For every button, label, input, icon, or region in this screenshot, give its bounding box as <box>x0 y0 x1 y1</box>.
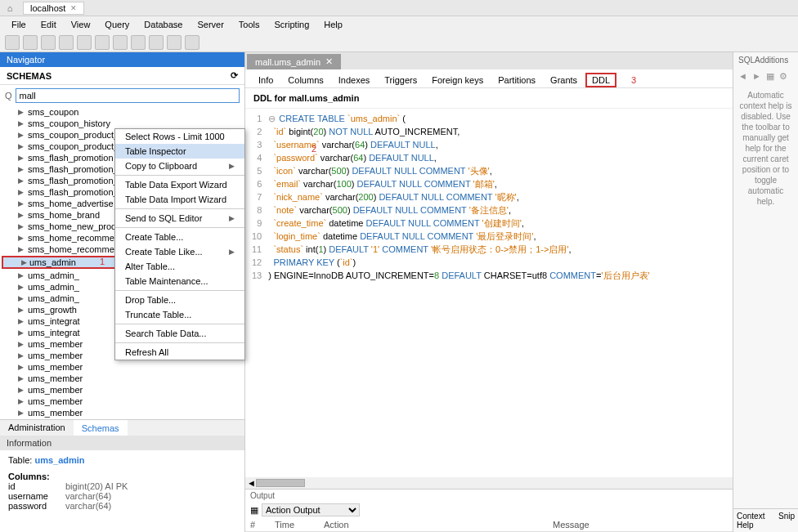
code-line: `note` varchar(500) DEFAULT NULL COMMENT… <box>268 203 733 217</box>
subtab-partitions[interactable]: Partitions <box>491 73 542 87</box>
schemas-label: SCHEMAS <box>7 71 52 81</box>
code-line: `icon` varchar(500) DEFAULT NULL COMMENT… <box>268 164 733 177</box>
next-icon[interactable]: ► <box>752 71 761 82</box>
home-icon[interactable]: ⌂ <box>3 2 16 15</box>
ctx-create-table-like-[interactable]: Create Table Like...▶ <box>115 244 244 259</box>
info-table-label: Table: <box>8 455 32 465</box>
subtab-grants[interactable]: Grants <box>544 73 584 87</box>
scrollbar-thumb[interactable] <box>256 479 305 487</box>
subtab-triggers[interactable]: Triggers <box>378 73 424 87</box>
info-columns-label: Columns: <box>8 472 236 481</box>
editor-tab[interactable]: mall.ums_admin ✕ <box>247 54 341 69</box>
tree-item[interactable]: ▶sms_coupon_history <box>0 118 244 129</box>
tree-item[interactable]: ▶ums_member <box>0 407 244 418</box>
toolbar-icon[interactable] <box>5 35 20 50</box>
menu-scripting[interactable]: Scripting <box>268 18 316 31</box>
refresh-icon[interactable]: ⟳ <box>231 70 238 81</box>
code-line: ) ENGINE=InnoDB AUTO_INCREMENT=8 DEFAULT… <box>268 269 733 282</box>
menu-view[interactable]: View <box>65 18 97 31</box>
menu-tools[interactable]: Tools <box>232 18 267 31</box>
toolbar-icon[interactable] <box>131 35 146 50</box>
tree-item[interactable]: ▶ums_member <box>0 396 244 407</box>
output-col-action: Action <box>324 520 553 530</box>
menu-help[interactable]: Help <box>317 18 349 31</box>
ctx-table-data-import-wizard[interactable]: Table Data Import Wizard <box>115 192 244 207</box>
tab-schemas[interactable]: Schemas <box>74 420 128 436</box>
subtab-columns[interactable]: Columns <box>281 73 330 87</box>
output-header: Output <box>245 489 733 502</box>
toolbar-icon[interactable] <box>95 35 110 50</box>
ctx-search-table-data-[interactable]: Search Table Data... <box>115 326 244 341</box>
ctx-create-table-[interactable]: Create Table... <box>115 230 244 244</box>
menu-query[interactable]: Query <box>98 18 136 31</box>
schema-search-row: Q <box>0 85 244 106</box>
code-editor[interactable]: 12345678910111213 ⊖CREATE TABLE `ums_adm… <box>245 109 733 477</box>
ctx-separator <box>115 342 244 343</box>
info-column-row: usernamevarchar(64) <box>8 491 236 501</box>
tree-item[interactable]: ▶ums_member <box>0 384 244 396</box>
ctx-separator <box>115 227 244 228</box>
subtab-info[interactable]: Info <box>252 73 280 87</box>
editor-tab-bar: mall.ums_admin ✕ <box>245 52 733 69</box>
toolbar-icon[interactable] <box>167 35 182 50</box>
subtab-indexes[interactable]: Indexes <box>332 73 377 87</box>
info-column-row: passwordvarchar(64) <box>8 501 236 511</box>
toolbar-icon[interactable] <box>113 35 128 50</box>
menubar: FileEditViewQueryDatabaseServerToolsScri… <box>0 16 798 33</box>
context-menu[interactable]: Select Rows - Limit 1000Table Inspector2… <box>114 128 245 360</box>
tree-item[interactable]: ▶sms_coupon <box>0 106 244 118</box>
subtab-ddl[interactable]: DDL <box>585 73 616 87</box>
tree-item[interactable]: ▶ums_member <box>0 418 244 419</box>
toggle-icon[interactable]: ⚙ <box>779 71 787 82</box>
output-col-time: Time <box>275 520 324 530</box>
tree-item[interactable]: ▶ums_member <box>0 373 244 384</box>
toolbar-icon[interactable] <box>59 35 74 50</box>
help-icon[interactable]: ▦ <box>766 71 774 82</box>
menu-edit[interactable]: Edit <box>34 18 63 31</box>
toolbar-icon[interactable] <box>149 35 164 50</box>
ctx-send-to-sql-editor[interactable]: Send to SQL Editor▶ <box>115 211 244 226</box>
output-selector-row: ▦ Action Output <box>245 502 733 518</box>
sql-additions-toolbar: ◄ ► ▦ ⚙ <box>733 68 798 85</box>
ctx-table-data-export-wizard[interactable]: Table Data Export Wizard <box>115 177 244 192</box>
ctx-copy-to-clipboard[interactable]: Copy to Clipboard▶ <box>115 159 244 173</box>
ctx-table-inspector[interactable]: Table Inspector2 <box>115 144 244 159</box>
tab-context-help[interactable]: Context Help <box>733 509 775 532</box>
ctx-drop-table-[interactable]: Drop Table... <box>115 293 244 307</box>
ctx-alter-table-[interactable]: Alter Table... <box>115 259 244 274</box>
code-line: PRIMARY KEY (`id`) <box>268 256 733 269</box>
code-line: `status` int(1) DEFAULT '1' COMMENT '帐号启… <box>268 243 733 256</box>
schema-search-input[interactable] <box>16 88 240 103</box>
schemas-header: SCHEMAS ⟳ <box>0 67 244 85</box>
tab-snippets[interactable]: Snip <box>775 509 798 532</box>
toolbar-icon[interactable] <box>185 35 200 50</box>
scroll-left-icon[interactable]: ◄ <box>247 478 256 488</box>
horizontal-scrollbar[interactable]: ◄ <box>245 477 733 489</box>
menu-database[interactable]: Database <box>137 18 189 31</box>
tab-administration[interactable]: Administration <box>0 420 74 436</box>
prev-icon[interactable]: ◄ <box>738 71 747 82</box>
code-line: `create_time` datetime DEFAULT NULL COMM… <box>268 217 733 230</box>
annotation-1: 1 <box>100 257 105 266</box>
toolbar-icon[interactable] <box>41 35 56 50</box>
ctx-refresh-all[interactable]: Refresh All <box>115 345 244 360</box>
toolbar-icon[interactable] <box>23 35 38 50</box>
tree-item[interactable]: ▶ums_member <box>0 361 244 373</box>
ctx-table-maintenance-[interactable]: Table Maintenance... <box>115 274 244 288</box>
output-select[interactable]: Action Output <box>262 503 360 516</box>
ctx-select-rows-limit-[interactable]: Select Rows - Limit 1000 <box>115 129 244 144</box>
output-columns: # Time Action Message <box>245 518 733 532</box>
sql-additions-panel: SQLAdditions ◄ ► ▦ ⚙ Automatic context h… <box>733 52 798 532</box>
code-line: `nick_name` varchar(200) DEFAULT NULL CO… <box>268 190 733 203</box>
ctx-separator <box>115 208 244 209</box>
ctx-truncate-table-[interactable]: Truncate Table... <box>115 307 244 322</box>
toolbar-icon[interactable] <box>77 35 92 50</box>
ddl-header: DDL for mall.ums_admin <box>245 88 733 109</box>
close-icon[interactable]: ✕ <box>325 56 333 67</box>
connection-tab[interactable]: localhost ✕ <box>23 2 84 15</box>
annotation-3: 3 <box>625 73 643 87</box>
close-icon[interactable]: ✕ <box>70 4 77 12</box>
subtab-foreign-keys[interactable]: Foreign keys <box>425 73 490 87</box>
menu-file[interactable]: File <box>5 18 33 31</box>
menu-server[interactable]: Server <box>191 18 230 31</box>
